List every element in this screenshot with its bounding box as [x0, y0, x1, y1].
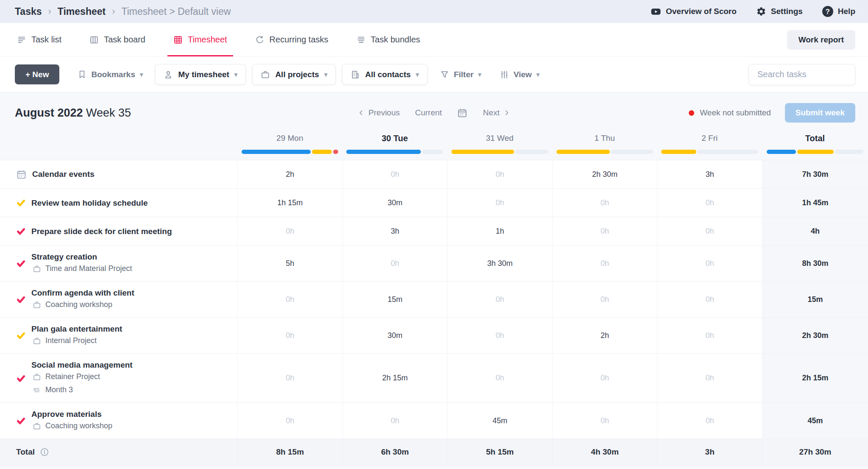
task-title[interactable]: Strategy creation — [31, 251, 132, 262]
top-bar: Tasks › Timesheet › Timesheet > Default … — [0, 0, 868, 23]
task-name-cell: Strategy creationTime and Material Proje… — [0, 246, 237, 281]
hours-cell[interactable]: 3h 30m — [447, 246, 552, 281]
next-week-button[interactable]: Next — [483, 108, 510, 117]
tab-task-board[interactable]: Task board — [89, 23, 145, 56]
filter-dropdown[interactable]: Filter ▾ — [434, 64, 487, 84]
hours-cell[interactable]: 0h — [552, 217, 657, 245]
task-title[interactable]: Approve materials — [31, 409, 112, 419]
hours-cell[interactable]: 2h — [237, 160, 342, 188]
hours-cell[interactable]: 0h — [657, 282, 762, 317]
hours-cell[interactable]: 5h — [237, 246, 342, 281]
hours-cell[interactable]: 30m — [342, 318, 448, 353]
hours-cell[interactable]: 15m — [342, 282, 448, 317]
footer-day-total-cell: 8h 15m — [237, 439, 342, 465]
timesheet-icon — [173, 35, 183, 45]
hours-cell[interactable]: 0h — [447, 282, 552, 317]
all-contacts-dropdown[interactable]: All contacts ▾ — [342, 64, 427, 85]
hours-cell[interactable]: 1h — [447, 217, 552, 245]
task-title[interactable]: Review team holiday schedule — [31, 198, 148, 208]
task-title[interactable]: Calendar events — [32, 169, 95, 179]
task-title[interactable]: Prepare slide deck for client meeting — [31, 226, 172, 237]
capacity-bar — [661, 150, 758, 154]
hours-cell[interactable]: 0h — [657, 318, 762, 353]
hours-cell[interactable]: 45m — [447, 403, 552, 438]
hours-cell[interactable]: 1h 15m — [237, 189, 342, 217]
meta-label[interactable]: Time and Material Project — [45, 264, 132, 273]
breadcrumb-timesheet[interactable]: Timesheet — [58, 6, 106, 17]
current-week-button[interactable]: Current — [415, 108, 442, 117]
hours-cell[interactable]: 0h — [447, 160, 552, 188]
hours-cell[interactable]: 0h — [552, 189, 657, 217]
tab-task-bundles[interactable]: Task bundles — [356, 23, 420, 56]
hours-cell[interactable]: 0h — [657, 246, 762, 281]
my-timesheet-dropdown[interactable]: My timesheet ▾ — [155, 64, 246, 85]
hours-cell[interactable]: 30m — [342, 189, 448, 217]
hours-cell[interactable]: 3h — [342, 217, 448, 245]
hours-cell[interactable]: 0h — [657, 217, 762, 245]
tab-timesheet[interactable]: Timesheet — [173, 23, 227, 56]
meta-label[interactable]: Month 3 — [45, 385, 73, 394]
tab-recurring-tasks[interactable]: Recurring tasks — [255, 23, 328, 56]
hours-cell[interactable]: 0h — [237, 354, 342, 402]
meta-label[interactable]: Internal Project — [45, 336, 97, 345]
row-total-cell: 7h 30m — [762, 160, 868, 188]
hours-cell[interactable]: 2h 15m — [342, 354, 448, 402]
meta-label[interactable]: Coaching workshop — [45, 422, 112, 430]
task-title[interactable]: Social media management — [31, 360, 133, 370]
capacity-bar-segment-blue — [242, 150, 311, 154]
breadcrumb-view-selector[interactable]: Timesheet > Default view — [122, 6, 231, 17]
submit-week-button[interactable]: Submit week — [785, 103, 855, 123]
breadcrumb-separator-icon: › — [48, 6, 51, 17]
meta-label[interactable]: Retainer Project — [45, 372, 100, 381]
view-dropdown[interactable]: View ▾ — [494, 64, 546, 84]
column-header-label: 2 Fri — [657, 131, 762, 145]
project-icon — [33, 301, 41, 309]
hours-cell[interactable]: 0h — [342, 403, 448, 438]
all-projects-dropdown[interactable]: All projects ▾ — [252, 64, 336, 85]
hours-cell[interactable]: 0h — [552, 403, 657, 438]
hours-cell[interactable]: 0h — [552, 246, 657, 281]
hours-cell[interactable]: 2h — [552, 318, 657, 353]
task-project: Time and Material Project — [33, 262, 132, 275]
task-bundles-icon — [356, 35, 366, 45]
meta-label[interactable]: Coaching workshop — [45, 300, 112, 309]
task-title[interactable]: Confirm agenda with client — [31, 288, 134, 298]
footer-day-total-cell: 5h 15m — [447, 439, 552, 465]
hours-cell[interactable]: 0h — [447, 189, 552, 217]
hours-cell[interactable]: 0h — [657, 189, 762, 217]
chevron-left-icon — [358, 109, 364, 116]
project-icon — [33, 265, 41, 273]
hours-cell[interactable]: 0h — [237, 403, 342, 438]
work-report-button[interactable]: Work report — [787, 30, 855, 50]
help-button[interactable]: ? Help — [822, 6, 855, 17]
task-title[interactable]: Plan gala entertainment — [31, 324, 122, 334]
hours-cell[interactable]: 0h — [657, 354, 762, 402]
hours-cell[interactable]: 0h — [657, 403, 762, 438]
row-total-cell: 8h 30m — [762, 246, 868, 281]
hours-cell[interactable]: 0h — [237, 318, 342, 353]
bookmarks-dropdown[interactable]: Bookmarks ▾ — [72, 64, 149, 84]
hours-cell[interactable]: 0h — [237, 217, 342, 245]
caret-down-icon: ▾ — [416, 71, 419, 78]
tabs: Task listTask boardTimesheetRecurring ta… — [17, 23, 420, 56]
hours-cell[interactable]: 0h — [552, 354, 657, 402]
hours-cell[interactable]: 0h — [447, 318, 552, 353]
hours-cell[interactable]: 0h — [342, 246, 448, 281]
hours-cell[interactable]: 0h — [237, 282, 342, 317]
breadcrumb-tasks[interactable]: Tasks — [15, 6, 42, 17]
column-header-30-tue: 30 Tue — [342, 131, 448, 160]
settings-button[interactable]: Settings — [756, 6, 803, 17]
search-input[interactable] — [748, 64, 855, 85]
hours-cell[interactable]: 0h — [552, 282, 657, 317]
calendar-icon — [457, 108, 468, 118]
hours-cell[interactable]: 3h — [657, 160, 762, 188]
calendar-picker-button[interactable] — [457, 108, 468, 118]
overview-of-scoro-link[interactable]: Overview of Scoro — [651, 6, 737, 17]
hours-cell[interactable]: 2h 30m — [552, 160, 657, 188]
new-button[interactable]: + New — [15, 64, 59, 84]
tab-task-list[interactable]: Task list — [17, 23, 61, 56]
caret-down-icon: ▾ — [324, 71, 328, 78]
hours-cell[interactable]: 0h — [342, 160, 448, 188]
previous-week-button[interactable]: Previous — [358, 108, 400, 117]
hours-cell[interactable]: 0h — [447, 354, 552, 402]
